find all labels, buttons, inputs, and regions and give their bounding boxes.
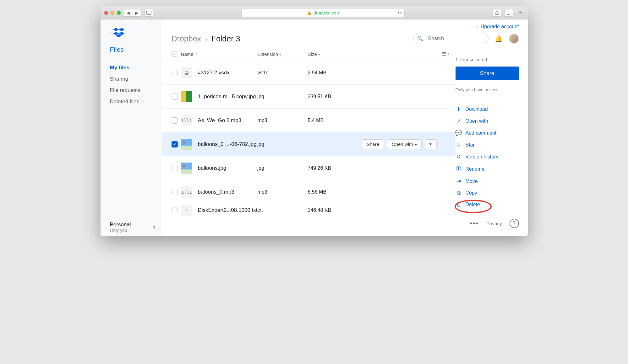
back-button[interactable]: ◀ — [124, 9, 133, 17]
file-name: balloons.jpg — [198, 165, 227, 171]
reload-icon[interactable]: ⟳ — [398, 10, 402, 15]
file-size: 146.48 KB — [308, 207, 331, 213]
row-checkbox[interactable] — [172, 70, 178, 76]
files-column: – Name ↑ Extension▾ Size▾ — [162, 51, 456, 236]
file-extension: jpg — [258, 94, 264, 99]
tabs-button[interactable] — [505, 9, 513, 17]
select-all-checkbox[interactable]: – — [172, 51, 177, 57]
table-row[interactable]: ≡DiskExpert2...08.5000.txt txt 146.48 KB — [162, 204, 456, 217]
row-checkbox[interactable] — [172, 189, 178, 195]
share-button[interactable]: Share — [456, 67, 519, 80]
table-row[interactable]: ıllıAs_We_Go 2.mp3 mp3 5.4 MB — [162, 109, 456, 132]
file-size: 2.94 MB — [308, 70, 327, 75]
nav-deleted-files[interactable]: Deleted files — [110, 99, 162, 105]
chevron-right-icon: › — [205, 36, 207, 43]
action-star[interactable]: ☆Star — [456, 142, 519, 148]
row-open-with-button[interactable]: Open with▾ — [387, 139, 422, 149]
column-size[interactable]: Size▾ — [308, 51, 355, 57]
secondary-nav: My files Sharing File requests Deleted f… — [110, 65, 162, 110]
action-open-with[interactable]: ↗Open with — [456, 118, 519, 124]
file-extension: jpg — [258, 142, 264, 147]
row-preview-button[interactable]: 👁 — [425, 139, 437, 149]
nav-sharing[interactable]: Sharing — [110, 76, 162, 82]
avatar[interactable] — [509, 34, 519, 44]
privacy-link[interactable]: Privacy — [486, 221, 502, 226]
svg-rect-3 — [508, 11, 511, 14]
action-download[interactable]: ⬇Download — [456, 106, 519, 112]
breadcrumb-root[interactable]: Dropbox — [172, 34, 201, 43]
row-checkbox[interactable] — [172, 165, 178, 171]
column-name[interactable]: Name ↑ — [181, 51, 258, 57]
panel-footer: ••• Privacy ? — [456, 213, 519, 228]
view-options[interactable]: ☰▾ — [437, 51, 456, 57]
image-thumb-icon — [181, 139, 192, 150]
action-move[interactable]: ⇥Move — [456, 178, 519, 185]
chevron-left-icon: ‹ — [110, 30, 111, 35]
row-checkbox[interactable] — [172, 117, 178, 124]
action-add-comment[interactable]: 💬Add comment — [456, 130, 519, 136]
table-row[interactable]: 1 -pericos-m...5 copy.jpg jpg 339.51 KB — [162, 85, 456, 109]
row-checkbox[interactable] — [172, 207, 178, 213]
file-name: 1 -pericos-m...5 copy.jpg — [198, 94, 256, 100]
updown-icon: ▲▼ — [153, 225, 156, 230]
nav-files[interactable]: Files — [110, 46, 162, 53]
file-extension: jpg — [258, 165, 264, 171]
file-size: 339.51 KB — [308, 94, 331, 99]
search-input[interactable] — [428, 36, 491, 41]
table-row[interactable]: ıllıbaloons_0.mp3 mp3 6.56 MB — [162, 180, 456, 204]
primary-nav: Files — [110, 46, 162, 65]
action-rename[interactable]: ⒾRename — [456, 165, 519, 173]
new-tab-button[interactable]: + — [516, 9, 524, 17]
action-copy[interactable]: ⧉Copy — [456, 190, 519, 196]
text-file-icon: ≡ — [181, 205, 192, 216]
more-options-button[interactable]: ••• — [470, 219, 479, 228]
address-bar[interactable]: 🔒 dropbox.com ⟳ — [241, 9, 405, 17]
sidebar: ‹ Files My files Sharing File requests D… — [101, 19, 162, 236]
close-window-icon[interactable] — [104, 11, 108, 15]
column-extension[interactable]: Extension▾ — [258, 51, 308, 57]
list-view-icon: ☰ — [442, 51, 446, 57]
notifications-button[interactable]: 🔔 — [495, 35, 503, 42]
file-name: DiskExpert2...08.5000.txt — [198, 207, 258, 213]
annotation-circle — [455, 200, 492, 213]
audio-icon: ıllı — [181, 186, 192, 198]
copy-icon: ⧉ — [456, 190, 462, 196]
access-note: Only you have access — [456, 87, 519, 92]
account-switcher[interactable]: Personal Only you ▲▼ — [110, 222, 162, 233]
lock-icon: 🔒 — [307, 11, 312, 15]
file-extension: txt — [258, 207, 263, 213]
traffic-lights — [104, 11, 121, 15]
dropbox-app: ‹ Files My files Sharing File requests D… — [101, 19, 528, 236]
sort-asc-icon: ↑ — [196, 52, 198, 56]
row-checkbox[interactable] — [172, 94, 178, 100]
table-row[interactable]: ✓ balloons_0 ...-06-782.jpg jpg Share Op… — [162, 132, 456, 156]
table-row[interactable]: balloons.jpg jpg 749.26 KB — [162, 156, 456, 180]
dropbox-icon — [113, 28, 124, 38]
file-size: 5.4 MB — [308, 118, 324, 123]
share-sheet-button[interactable] — [493, 9, 501, 17]
upgrade-link[interactable]: ☆Upgrade account — [475, 23, 519, 30]
top-bar: ☆Upgrade account — [162, 19, 528, 30]
chevron-down-icon: ▾ — [279, 53, 281, 56]
row-checkbox[interactable]: ✓ — [172, 141, 178, 147]
open-external-icon: ↗ — [456, 118, 462, 124]
search-box[interactable]: 🔍 — [413, 33, 489, 44]
sidebar-toggle-button[interactable] — [145, 9, 153, 17]
selection-count: 1 item selected — [456, 57, 519, 62]
file-size: 6.56 MB — [308, 189, 327, 195]
maximize-window-icon[interactable] — [117, 11, 121, 15]
action-version-history[interactable]: ↺Version history — [456, 153, 519, 160]
main-area: ☆Upgrade account Dropbox › Folder 3 🔍 🔔 — [162, 19, 528, 236]
table-row[interactable]: ◒#3127 2.vsdx vsdx 2.94 MB — [162, 61, 456, 85]
nav-file-requests[interactable]: File requests — [110, 87, 162, 94]
nav-my-files[interactable]: My files — [110, 65, 162, 71]
file-name: baloons_0.mp3 — [198, 189, 234, 195]
file-name: As_We_Go 2.mp3 — [198, 117, 242, 124]
dropbox-logo[interactable]: ‹ — [110, 28, 162, 38]
url-host: dropbox.com — [314, 10, 339, 15]
chevron-down-icon: ▾ — [318, 53, 320, 56]
help-button[interactable]: ? — [510, 219, 519, 228]
row-share-button[interactable]: Share — [362, 139, 384, 149]
forward-button[interactable]: ▶ — [133, 9, 141, 17]
minimize-window-icon[interactable] — [111, 11, 114, 15]
